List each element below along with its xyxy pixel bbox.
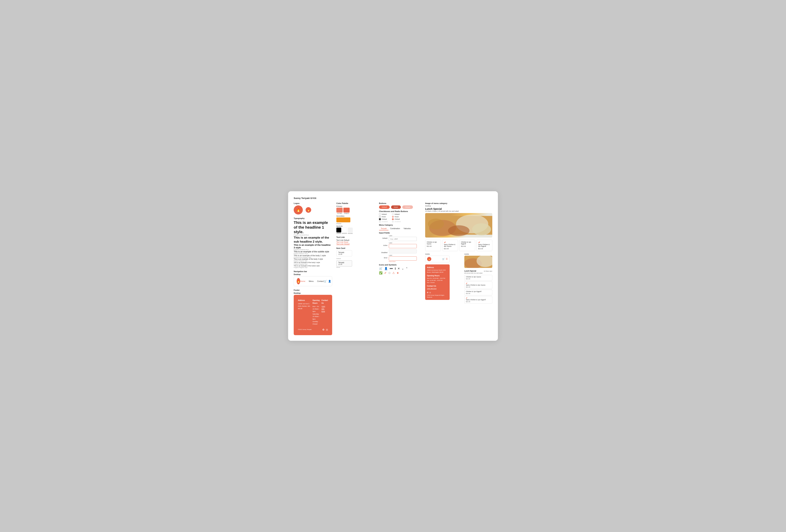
mobile-footer-container: Address 15830 1st Avenue South #103Burie… [425, 264, 462, 300]
checkbox-default: Default [379, 213, 388, 215]
text-link-label: Text Link [337, 236, 375, 238]
swatch-label-2: #FAB870 [344, 213, 349, 214]
text-link-clicked[interactable]: Text Link Clicked [337, 243, 375, 245]
typography-h1-meta: Poppins Semibold 50 px [294, 234, 332, 236]
menu-cat-tabs: Teriyaki Combination Yakisoba [379, 227, 421, 231]
mobile-menu-sub: All served with rice and salad [464, 272, 492, 274]
logo-primary: 🔥 [294, 205, 303, 215]
yelp-icon[interactable]: ✿ [322, 328, 324, 331]
nav-link-contact[interactable]: Contact [317, 280, 324, 282]
nav-flame-icon: 🔥 [297, 280, 300, 283]
menu-tab-teriyaki[interactable]: Teriyaki [379, 227, 389, 231]
footer-contact-col: Contact Us (206) 988-6244 [322, 299, 328, 325]
icons-section: Icons and Symbols 🛒 👤 ➖ ℹ ✕ ⌄ ⌃ ✅ ✔ ⊙ ⚠ … [379, 264, 421, 274]
input-active-field[interactable] [389, 244, 417, 248]
input-default-field[interactable] [389, 237, 417, 241]
nav-link-home[interactable]: Home [300, 280, 305, 282]
checkbox-col: Default Hover ✓ Clicked Disabled [379, 213, 388, 222]
checkbox-clicked-label: Clicked [382, 218, 387, 220]
item-card-name: Teriyaki [338, 251, 350, 253]
radio-clicked-btn[interactable] [392, 218, 394, 220]
swatch-label-1: #1D7B62 [337, 213, 342, 214]
nav-icons: 🛒 👤 [324, 280, 331, 283]
radio-hover: Hover [392, 216, 401, 218]
mobile-menu-item-3[interactable]: Chicken & 1pc Eggroll $10.49 [464, 290, 492, 295]
checkbox-clicked-box[interactable]: ✓ [379, 218, 381, 220]
mobile-label-right: Mobile [464, 253, 492, 255]
menu-item-2-name: Spicy Chicken & 4pc Gyoza [444, 244, 457, 247]
btn-hover[interactable]: Hover [391, 205, 401, 209]
btn-default[interactable]: Default [379, 205, 390, 209]
menu-item-1-price: $10.49 [427, 245, 439, 247]
swatch-group-1: #1D7B62 [337, 208, 343, 214]
typography-body1: This is an example of the body 1 style [294, 255, 332, 257]
mobile-nav-icons: 🛒 ☰ [442, 258, 448, 260]
mobile-menu-item-1[interactable]: Chicken & 4pc Gyoza $10.49 [464, 275, 492, 281]
main-card: Sunny Teriyaki UI Kit Logos 🔥 🔥 Typograp… [288, 191, 498, 341]
mobile-menu-icon[interactable]: ☰ [446, 258, 448, 260]
user-icon[interactable]: 👤 [328, 280, 331, 283]
typography-body2-meta: Poppins Regular 15px [294, 260, 332, 262]
radio-default-btn[interactable] [392, 213, 394, 215]
mobile-menu-item-4[interactable]: 🌶 Spicy Chicken & 1pc Eggroll $10.49 [464, 296, 492, 304]
palette-primary-swatches: #1D7B62 #FAB870 [337, 208, 375, 214]
menu-tab-yakisoba[interactable]: Yakisoba [402, 227, 412, 231]
nav-link-menu[interactable]: Menu [309, 280, 314, 282]
yelp-icon-mobile: ✿ [427, 291, 428, 294]
mobile-footer-address: 15830 1st Avenue South #103Burien, Washi… [427, 269, 448, 273]
text-link-default[interactable]: Text Link Default [337, 239, 375, 241]
input-active-row: Active Label [379, 242, 421, 248]
checkbox-default-label: Default [382, 213, 387, 215]
checkbox-default-box[interactable] [379, 213, 381, 215]
item-card-hover-label: Hover [337, 267, 375, 268]
input-active-label: Active [379, 242, 387, 246]
text-link-hover[interactable]: Text Link Hover [337, 241, 375, 243]
cart-icon[interactable]: 🛒 [324, 280, 327, 283]
item-card-hover[interactable]: Teriyaki 10.99 [337, 260, 352, 267]
mobile-item-1-price: $10.49 [466, 278, 491, 280]
typography-sub-meta: Poppins Medium 25 px [294, 253, 332, 255]
swatch-white-color [342, 227, 347, 233]
menu-tab-combination[interactable]: Combination [389, 227, 402, 231]
swatch-primary-2 [343, 208, 350, 213]
menu-item-3[interactable]: Chicken & 1pc Eggroll $10.49 [459, 240, 475, 251]
footer-phone[interactable]: (206) 988-6244 [322, 306, 325, 312]
buttons-section: Buttons Default Hover Clicked [379, 202, 421, 209]
mobile-menu-title: Lunch Special [464, 270, 476, 272]
mobile-item-4-price: $10.49 [466, 301, 491, 303]
menu-item-2-price: $10.49 [444, 248, 457, 249]
palette-secondary: #F19219 [337, 217, 375, 224]
mobile-menu-time: 10:30am-2pm [484, 270, 492, 272]
radio-disabled: Disabled [392, 221, 401, 222]
footer-contact-title: Contact Us [322, 299, 328, 305]
footer-hours-text: Mon - Fri: 10:30am - 9pmSaturday: 10:30a… [313, 305, 321, 325]
checkbox-hover-box[interactable] [379, 216, 381, 218]
footer-hours-title: Opening Hours [313, 299, 321, 305]
input-error-row: Error Label Form Error [379, 255, 421, 262]
swatch-white: #FFFFFF [342, 227, 347, 234]
typography-body1-meta: Proxima Nova Regular 18px [294, 257, 332, 258]
right-bottom: Mobile 🔥 🛒 ☰ Address [425, 253, 492, 304]
checkbox-disabled-box [379, 221, 381, 222]
input-error-field-label: Label [389, 255, 417, 256]
item-card-default-label: Default [337, 258, 375, 259]
menu-item-4-price: $10.49 [478, 248, 491, 249]
input-disabled-col [389, 249, 417, 253]
input-error-field[interactable] [389, 257, 417, 261]
btn-clicked[interactable]: Clicked [402, 205, 413, 209]
tripadvisor-icon[interactable]: ◎ [326, 328, 328, 331]
checkbox-hover-label: Hover [382, 216, 386, 218]
footer-hours-col: Opening Hours Mon - Fri: 10:30am - 9pmSa… [313, 299, 321, 325]
palette-primary-label: Primary [337, 205, 375, 207]
mobile-menu-item-2[interactable]: 🌶 Spicy Chicken & 4pc Gyoza $10.49 [464, 281, 492, 289]
mobile-footer-phone[interactable]: (206) 988-6244 [427, 288, 437, 289]
item-card-default[interactable]: Teriyaki 10.99 [337, 250, 352, 257]
mobile-cart-icon[interactable]: 🛒 [442, 258, 445, 260]
radio-hover-btn[interactable] [392, 216, 394, 218]
footer-social: ✿ ◎ [322, 328, 328, 331]
menu-item-4[interactable]: 🌶 Spicy Chicken & 1pc Eggroll $10.49 [477, 240, 492, 251]
mobile-footer-hours: Mon-Fri: 10:30 AM – 9:00 PMSat: 10:30 AM… [427, 277, 448, 284]
menu-item-1[interactable]: Chicken & 4pc Gyoza $10.49 [425, 240, 441, 251]
info-circle-icon: ℹ [395, 267, 396, 270]
menu-item-2[interactable]: 🌶 Spicy Chicken & 4pc Gyoza $10.49 [442, 240, 458, 251]
